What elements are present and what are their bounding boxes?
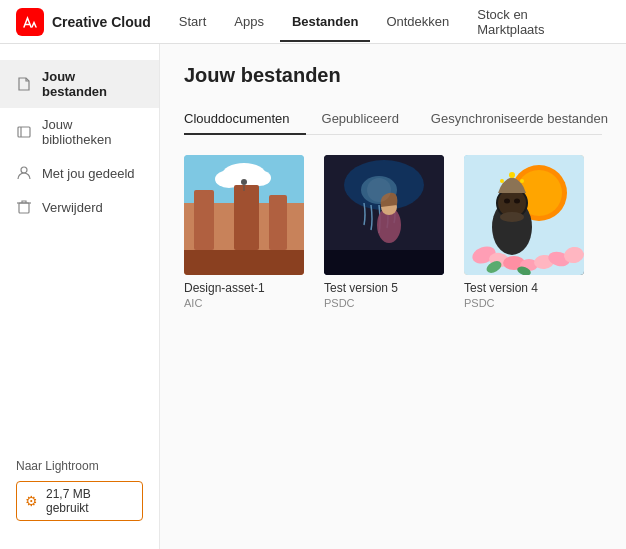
nav-start[interactable]: Start [167,8,218,35]
files-grid: Design-asset-1 AIC [184,155,602,309]
svg-rect-23 [324,250,444,275]
sidebar-label-met-jou-gedeeld: Met jou gedeeld [42,166,135,181]
storage-badge[interactable]: ⚙ 21,7 MB gebruikt [16,481,143,521]
thumb-svg-3 [464,155,584,275]
svg-point-39 [509,172,515,178]
file-thumbnail-1 [184,155,304,275]
page-title: Jouw bestanden [184,64,602,87]
svg-point-40 [500,179,504,183]
svg-point-9 [247,170,271,186]
top-nav: Creative Cloud Start Apps Bestanden Ontd… [0,0,626,44]
svg-point-22 [367,178,391,202]
sidebar-label-verwijderd: Verwijderd [42,200,103,215]
nav-items: Start Apps Bestanden Ontdekken Stock en … [167,1,610,43]
sidebar-label-jouw-bibliotheken: Jouw bibliotheken [42,117,143,147]
nav-stock[interactable]: Stock en Marktplaats [465,1,610,43]
thumb-svg-2 [324,155,444,275]
main-layout: Jouw bestanden Jouw bibliotheken Met jou… [0,44,626,549]
svg-point-43 [514,199,520,204]
shared-icon [16,165,32,181]
sidebar-item-jouw-bibliotheken[interactable]: Jouw bibliotheken [0,108,159,156]
svg-point-44 [500,212,524,222]
sidebar-menu: Jouw bestanden Jouw bibliotheken Met jou… [0,60,159,224]
app-name: Creative Cloud [52,14,151,30]
trash-icon [16,199,32,215]
tab-gepubliceerd[interactable]: Gepubliceerd [306,103,415,134]
sidebar-bottom: Naar Lightroom ⚙ 21,7 MB gebruikt [0,447,159,533]
file-type-2: PSDC [324,297,444,309]
file-name-2: Test version 5 [324,281,444,295]
svg-point-3 [21,167,27,173]
library-icon [16,124,32,140]
storage-label: 21,7 MB gebruikt [46,487,134,515]
creative-cloud-icon [16,8,44,36]
file-name-1: Design-asset-1 [184,281,304,295]
gear-icon: ⚙ [25,493,38,509]
app-logo: Creative Cloud [16,8,151,36]
svg-point-41 [520,179,524,183]
file-type-3: PSDC [464,297,584,309]
svg-rect-4 [19,203,29,213]
svg-rect-1 [18,127,30,137]
svg-rect-11 [194,190,214,250]
file-card-2[interactable]: Test version 5 PSDC [324,155,444,309]
file-thumbnail-2 [324,155,444,275]
file-card-1[interactable]: Design-asset-1 AIC [184,155,304,309]
nav-bestanden[interactable]: Bestanden [280,8,370,35]
nav-ontdekken[interactable]: Ontdekken [374,8,461,35]
sidebar-item-met-jou-gedeeld[interactable]: Met jou gedeeld [0,156,159,190]
sidebar-label-jouw-bestanden: Jouw bestanden [42,69,143,99]
svg-rect-0 [16,8,44,36]
tab-clouddocumenten[interactable]: Clouddocumenten [184,103,306,134]
file-type-1: AIC [184,297,304,309]
svg-rect-14 [184,250,304,275]
svg-point-42 [504,199,510,204]
svg-rect-13 [269,195,287,250]
naar-lightroom-label: Naar Lightroom [16,459,143,473]
sidebar-item-verwijderd[interactable]: Verwijderd [0,190,159,224]
sub-tabs: Clouddocumenten Gepubliceerd Gesynchroni… [184,103,602,135]
file-name-3: Test version 4 [464,281,584,295]
thumb-svg-1 [184,155,304,275]
sidebar-item-jouw-bestanden[interactable]: Jouw bestanden [0,60,159,108]
svg-point-15 [241,179,247,185]
file-thumbnail-3 [464,155,584,275]
nav-apps[interactable]: Apps [222,8,276,35]
file-card-3[interactable]: Test version 4 PSDC [464,155,584,309]
sidebar: Jouw bestanden Jouw bibliotheken Met jou… [0,44,160,549]
file-icon [16,76,32,92]
svg-rect-12 [234,185,259,250]
main-content: Jouw bestanden Clouddocumenten Gepublice… [160,44,626,549]
tab-gesynchroniseerde[interactable]: Gesynchroniseerde bestanden [415,103,624,134]
